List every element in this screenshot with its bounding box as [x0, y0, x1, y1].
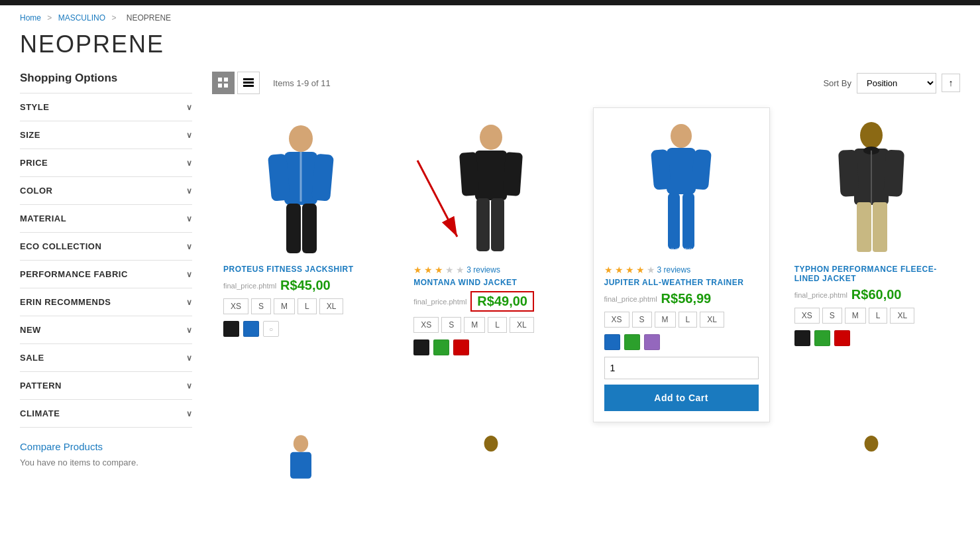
filter-material-header[interactable]: MATERIAL ∨ — [20, 205, 192, 232]
breadcrumb-sep1: > — [47, 13, 54, 23]
star-2-2: ★ — [424, 265, 433, 275]
color-swatches-4 — [794, 330, 949, 346]
filter-price-header[interactable]: PRICE ∨ — [20, 149, 192, 176]
size-xs-4[interactable]: XS — [794, 308, 820, 324]
size-xl-3[interactable]: XL — [700, 312, 724, 328]
price-label-1: final_price.phtml — [223, 282, 276, 290]
swatch-purple-3[interactable] — [644, 334, 660, 350]
grid-view-button[interactable] — [212, 72, 235, 94]
size-l-4[interactable]: L — [869, 308, 888, 324]
svg-rect-17 — [475, 151, 507, 200]
filter-material[interactable]: MATERIAL ∨ — [20, 205, 192, 233]
size-s-1[interactable]: S — [251, 298, 271, 314]
filter-new[interactable]: NEW ∨ — [20, 316, 192, 344]
filter-size-header[interactable]: SIZE ∨ — [20, 121, 192, 149]
breadcrumb-home[interactable]: Home — [20, 13, 41, 23]
svg-text:JUPITER: JUPITER — [670, 247, 692, 253]
size-xl-2[interactable]: XL — [510, 317, 534, 333]
svg-rect-32 — [884, 150, 905, 197]
swatch-green-3[interactable] — [624, 334, 640, 350]
svg-rect-31 — [838, 150, 859, 197]
filter-price[interactable]: PRICE ∨ — [20, 149, 192, 177]
swatch-black-2[interactable] — [413, 339, 429, 355]
breadcrumb-masculino[interactable]: MASCULINO — [58, 13, 105, 23]
size-xl-1[interactable]: XL — [319, 298, 344, 314]
items-count: Items 1-9 of 11 — [273, 78, 331, 88]
chevron-down-icon: ∨ — [186, 409, 193, 418]
filter-style-header[interactable]: STYLE ∨ — [20, 93, 192, 121]
size-m-2[interactable]: M — [464, 317, 485, 333]
filter-performance-header[interactable]: PERFORMANCE FABRIC ∨ — [20, 261, 192, 288]
sort-select[interactable]: Position Name Price — [857, 73, 936, 93]
swatch-red-4[interactable] — [834, 330, 850, 346]
stars-2: ★ ★ ★ ★ ★ 3 reviews — [413, 265, 568, 275]
product-card-1[interactable]: PROTEUS FITNESS JACKSHIRT final_price.ph… — [212, 107, 389, 422]
size-m-3[interactable]: M — [655, 312, 676, 328]
size-l-3[interactable]: L — [679, 312, 698, 328]
swatch-blue-3[interactable] — [604, 334, 620, 350]
size-l-2[interactable]: L — [488, 317, 507, 333]
swatch-icon-1[interactable]: ○ — [263, 321, 279, 337]
svg-rect-2 — [218, 84, 222, 88]
price-value-4: R$60,00 — [851, 287, 902, 302]
filter-climate-header[interactable]: CLIMATE ∨ — [20, 400, 192, 427]
filter-eco[interactable]: ECO COLLECTION ∨ — [20, 233, 192, 261]
svg-rect-21 — [491, 198, 504, 251]
swatch-green-4[interactable] — [814, 330, 830, 346]
swatch-black-4[interactable] — [794, 330, 810, 346]
filter-pattern-header[interactable]: PATTERN ∨ — [20, 372, 192, 399]
chevron-down-icon: ∨ — [186, 158, 193, 168]
svg-rect-0 — [218, 78, 222, 82]
filter-sale[interactable]: SALE ∨ — [20, 344, 192, 372]
bottom-thumb-3 — [593, 433, 770, 486]
size-m-1[interactable]: M — [274, 298, 295, 314]
filter-erin[interactable]: ERIN RECOMMENDS ∨ — [20, 288, 192, 316]
svg-point-16 — [480, 125, 502, 150]
size-xs-1[interactable]: XS — [223, 298, 248, 314]
filter-size[interactable]: SIZE ∨ — [20, 121, 192, 149]
swatch-green-2[interactable] — [433, 339, 449, 355]
product-card-2[interactable]: ★ ★ ★ ★ ★ 3 reviews MONTANA WIND JACKET … — [402, 107, 579, 422]
filter-pattern[interactable]: PATTERN ∨ — [20, 372, 192, 400]
top-bar — [0, 0, 980, 5]
star-1-3: ★ — [604, 265, 613, 275]
qty-input-3[interactable]: 1 — [604, 357, 759, 379]
filter-performance[interactable]: PERFORMANCE FABRIC ∨ — [20, 261, 192, 288]
size-s-2[interactable]: S — [441, 317, 461, 333]
size-xl-4[interactable]: XL — [890, 308, 914, 324]
chevron-down-icon: ∨ — [186, 353, 193, 363]
filter-sale-header[interactable]: SALE ∨ — [20, 344, 192, 371]
size-xs-3[interactable]: XS — [604, 312, 629, 328]
size-xs-2[interactable]: XS — [413, 317, 439, 333]
add-to-cart-button-3[interactable]: Add to Cart — [604, 385, 759, 411]
product-image-4 — [794, 119, 949, 265]
product-card-3[interactable]: JUPITER ★ ★ ★ ★ ★ 3 reviews JUPITER ALL-… — [593, 107, 770, 422]
filter-erin-header[interactable]: ERIN RECOMMENDS ∨ — [20, 288, 192, 316]
filter-color[interactable]: COLOR ∨ — [20, 177, 192, 205]
breadcrumb: Home > MASCULINO > NEOPRENE — [0, 5, 980, 31]
sort-label: Sort By — [823, 78, 851, 88]
swatch-blue-1[interactable] — [243, 321, 259, 337]
star-2-3: ★ — [615, 265, 624, 275]
product-card-4[interactable]: TYPHON PERFORMANCE FLEECE-LINED JACKET f… — [783, 107, 960, 422]
size-s-3[interactable]: S — [632, 312, 652, 328]
compare-text: You have no items to compare. — [20, 458, 192, 467]
swatch-black-1[interactable] — [223, 321, 239, 337]
filter-style[interactable]: STYLE ∨ — [20, 93, 192, 121]
compare-section: Compare Products You have no items to co… — [20, 441, 192, 467]
filter-new-header[interactable]: NEW ∨ — [20, 316, 192, 343]
swatch-red-2[interactable] — [453, 339, 469, 355]
sort-asc-button[interactable]: ↑ — [942, 74, 960, 92]
chevron-down-icon: ∨ — [186, 381, 193, 391]
list-view-button[interactable] — [237, 72, 260, 94]
size-m-4[interactable]: M — [845, 308, 866, 324]
size-l-1[interactable]: L — [298, 298, 317, 314]
filter-color-header[interactable]: COLOR ∨ — [20, 177, 192, 204]
filter-eco-header[interactable]: ECO COLLECTION ∨ — [20, 233, 192, 260]
bottom-thumb-1 — [212, 433, 389, 486]
chevron-down-icon: ∨ — [186, 186, 193, 196]
size-s-4[interactable]: S — [822, 308, 842, 324]
svg-rect-5 — [243, 82, 254, 84]
filter-climate[interactable]: CLIMATE ∨ — [20, 400, 192, 428]
bottom-thumb-4 — [783, 433, 960, 486]
